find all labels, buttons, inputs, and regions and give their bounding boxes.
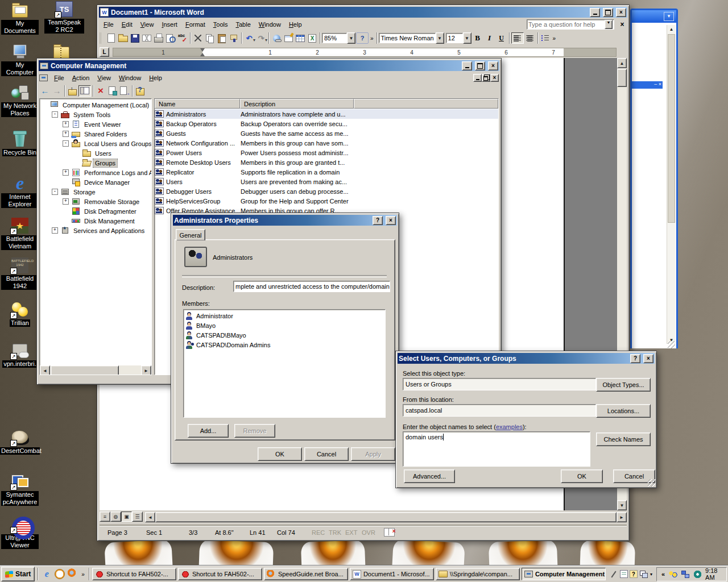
print-preview-icon[interactable] (165, 33, 176, 43)
blue-window-titlebar-button[interactable]: ▾ (664, 12, 674, 21)
taskbar-task--springdale-compan-[interactable]: \\Springdale\compan... (436, 568, 520, 580)
tree-toggle-icon[interactable]: - (63, 140, 69, 147)
panes-icon[interactable] (78, 85, 91, 97)
props-close-button[interactable]: × (386, 216, 396, 225)
menu-window[interactable]: Window (115, 74, 145, 82)
group-row-users[interactable]: UsersUsers are prevented from making ac.… (155, 177, 498, 186)
member-row-administrator[interactable]: Administrator (185, 311, 384, 321)
taskbar-task-shortcut-to-fah502-[interactable]: Shortcut to FAH502-... (178, 568, 262, 580)
menu-tools[interactable]: Tools (209, 20, 232, 28)
start-button[interactable]: Start (1, 567, 35, 581)
tree-toggle-icon[interactable]: + (52, 227, 58, 234)
taskbar-task-document1-microsof-[interactable]: Document1 - Microsof... (350, 568, 434, 580)
group-row-replicator[interactable]: ReplicatorSupports file replication in a… (155, 167, 498, 177)
quicklaunch-ie-icon[interactable]: e (41, 568, 52, 580)
email-icon[interactable] (141, 33, 152, 43)
location-field[interactable]: catspad.local (403, 404, 596, 417)
taskbar-task-speedguide-net-broa-[interactable]: SpeedGuide.net Broa... (264, 568, 348, 580)
member-row-catspad-domain-admins[interactable]: CATSPAD\Domain Admins (185, 340, 384, 350)
spelling-icon[interactable] (177, 33, 188, 43)
tree-item-users[interactable]: +Users (41, 148, 151, 158)
menu-format[interactable]: Format (181, 20, 209, 28)
desktop-icon-teamspeak[interactable]: TS↗ TeamSpeak 2 RC2 (44, 1, 84, 34)
print-icon[interactable] (153, 33, 164, 43)
cm-child-restore-button[interactable] (482, 74, 490, 82)
taskbar-task-computer-management[interactable]: Computer Management (522, 568, 606, 580)
tree-scroll-right-icon[interactable]: ► (141, 365, 151, 375)
object-names-textarea[interactable]: domain users (403, 431, 590, 467)
desktop-icon-recycle-bin[interactable]: Recycle Bin (1, 131, 39, 156)
desktop-icon-ultravnc[interactable]: ↗ Ultr@VNC Viewer (1, 516, 39, 549)
print-layout-view-button[interactable]: ▣ (121, 512, 132, 522)
scroll-left-icon[interactable]: ◄ (145, 512, 155, 522)
undo-icon[interactable] (243, 33, 255, 43)
check-names-button[interactable]: Check Names (596, 433, 651, 446)
open-icon[interactable] (117, 33, 129, 43)
tree-item-disk-management[interactable]: +Disk Management (41, 216, 151, 226)
tree-toggle-icon[interactable]: + (63, 121, 69, 127)
align-center-button[interactable] (524, 33, 536, 43)
cm-maximize-button[interactable] (475, 61, 485, 70)
select-resize-grip[interactable] (648, 479, 655, 487)
add-button[interactable]: Add... (188, 424, 229, 438)
blue-scroll-up-icon[interactable]: ▲ (667, 25, 676, 33)
tree-scroll-left-icon[interactable]: ◄ (40, 365, 50, 375)
props-help-button[interactable]: ? (373, 216, 383, 225)
tree-toggle-icon[interactable]: - (52, 189, 58, 195)
tree-item-performance-logs-and-alerts[interactable]: +Performance Logs and Alerts (41, 168, 151, 177)
blue-window-resize-grip[interactable] (668, 341, 675, 348)
export-icon[interactable] (119, 86, 130, 96)
menu-file[interactable]: File (50, 74, 68, 82)
deskband-notes-icon[interactable] (620, 570, 628, 578)
tab-stop-selector[interactable]: L (100, 47, 109, 57)
tree-item-computer-management-local-[interactable]: +Computer Management (Local) (41, 100, 151, 110)
save-icon[interactable] (129, 33, 140, 43)
web-layout-view-button[interactable]: ◍ (110, 512, 121, 522)
font-size-combo[interactable]: 12 ▼ (446, 32, 471, 44)
cm-minimize-button[interactable] (462, 61, 472, 70)
select-close-button[interactable]: × (643, 354, 653, 363)
word-maximize-button[interactable] (603, 8, 613, 17)
tray-trillian-icon[interactable] (668, 570, 677, 578)
normal-view-button[interactable]: ≡ (100, 512, 110, 522)
menu-file[interactable]: File (100, 20, 118, 28)
group-row-guests[interactable]: GuestsGuests have the same access as me.… (155, 128, 498, 138)
hyperlink-icon[interactable] (271, 33, 282, 43)
tree-item-removable-storage[interactable]: +Removable Storage (41, 197, 151, 206)
desktop-icon-vpn[interactable]: ↗ vpn.interbri. (1, 342, 39, 368)
hanging-indent-marker[interactable] (200, 51, 205, 56)
select-titlebar[interactable]: Select Users, Computers, or Groups ? × (398, 353, 655, 364)
outline-view-button[interactable]: ☰ (132, 512, 143, 522)
menu-insert[interactable]: Insert (158, 20, 181, 28)
status-rec[interactable]: REC (312, 529, 325, 536)
props-apply-button[interactable]: Apply (351, 447, 395, 461)
locations-button[interactable]: Locations... (596, 404, 651, 418)
select-ok-button[interactable]: OK (561, 469, 603, 483)
word-close-document-button[interactable]: × (618, 20, 627, 28)
delete-icon[interactable] (95, 86, 106, 96)
excel-icon[interactable] (307, 33, 318, 43)
tree-item-storage[interactable]: -Storage (41, 187, 151, 197)
tray-clock[interactable]: 9:18 AM (705, 567, 722, 581)
desktop-icon-battlefield-1942[interactable]: BATTLEFIELD 1942↗ Battlefield 1942 (1, 257, 39, 290)
deskband-expand-icon[interactable]: ▾ (650, 572, 652, 577)
general-tab[interactable]: General (176, 229, 205, 240)
desktop-icon-my-network-places[interactable]: My Network Places (1, 84, 39, 117)
taskbar-task-shortcut-to-fah502-[interactable]: Shortcut to FAH502-... (92, 568, 176, 580)
menu-table[interactable]: Table (231, 20, 254, 28)
desktop-icon-my-computer[interactable]: My Computer (1, 43, 39, 76)
group-row-helpservicesgroup[interactable]: HelpServicesGroupGroup for the Help and … (155, 196, 498, 206)
object-types-button[interactable]: Object Types... (596, 378, 651, 392)
menu-window[interactable]: Window (255, 20, 285, 28)
tray-collapse-chevron-icon[interactable]: « (661, 571, 665, 577)
props-titlebar[interactable]: Administrators Properties ? × (173, 215, 397, 226)
word-titlebar[interactable]: Document1 - Microsoft Word × (99, 7, 627, 18)
help-icon[interactable] (134, 86, 146, 96)
spelling-status-icon[interactable]: × (384, 528, 395, 537)
menu-action[interactable]: Action (68, 74, 94, 82)
font-name-combo[interactable]: Times New Roman ▼ (379, 32, 444, 44)
scroll-down-icon[interactable]: ▼ (617, 500, 627, 510)
ask-a-question-box[interactable]: Type a question for help ▼ (527, 19, 614, 30)
deskband-pen-icon[interactable] (609, 570, 618, 579)
description-field[interactable]: mplete and unrestricted access to the co… (233, 281, 390, 292)
